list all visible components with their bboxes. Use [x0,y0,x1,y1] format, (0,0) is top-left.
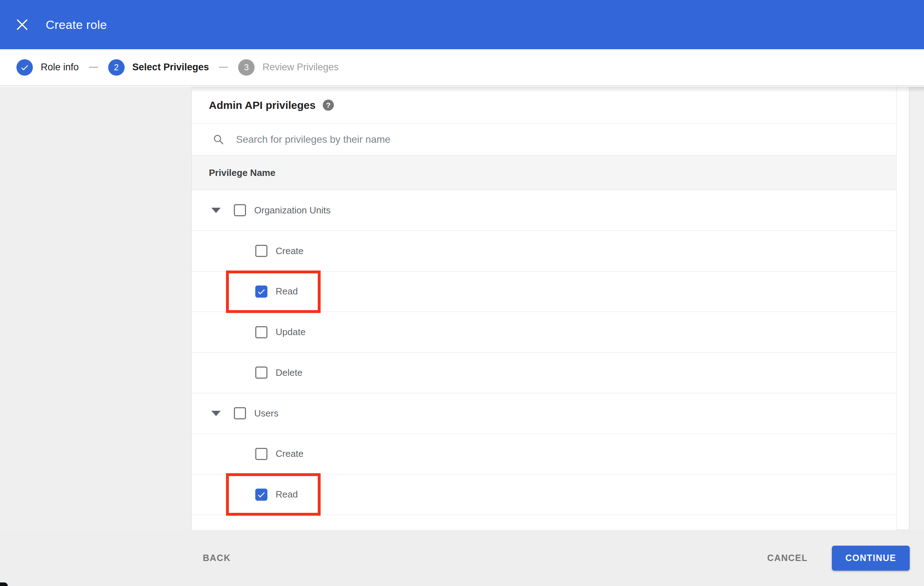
highlight-box [226,473,321,516]
privilege-checkbox[interactable] [234,204,246,216]
privilege-checkbox[interactable] [255,489,267,501]
privilege-label: Create [276,245,304,257]
step-1-circle [16,59,33,76]
table-row[interactable]: Read [192,474,896,515]
search-input[interactable] [235,133,896,146]
table-row[interactable]: Create [192,231,896,272]
privilege-checkbox[interactable] [255,285,267,298]
privilege-label: Read [276,489,298,500]
table-header-row: Privilege Name [192,156,896,190]
privilege-label: Organization Units [254,205,331,216]
back-button[interactable]: BACK [201,553,233,563]
create-role-dialog: Create role Role info 2 Select Privilege… [0,0,924,586]
table-row[interactable]: Update [192,312,896,352]
step-select-privileges[interactable]: 2 Select Privileges [108,59,209,76]
close-icon [15,18,29,32]
help-icon[interactable]: ? [323,100,334,110]
privilege-label: Create [276,448,304,459]
privilege-checkbox[interactable] [255,448,267,460]
left-pane [0,87,192,530]
stepper-connector [89,67,98,68]
check-icon [257,287,266,296]
table-row[interactable]: Users [192,393,896,434]
privilege-checkbox[interactable] [255,245,267,257]
search-row [192,124,896,156]
column-header-privilege-name: Privilege Name [209,167,275,178]
check-icon [20,63,29,72]
collapse-arrow-icon[interactable] [211,411,221,416]
step-1-label: Role info [41,62,79,73]
stepper-connector [219,67,228,68]
privileges-card: Admin API privileges ? Privilege Name Or… [192,87,896,530]
privileges-table: Organization Units Create Read Update [192,190,896,515]
privilege-label: Delete [276,367,302,378]
privilege-checkbox[interactable] [255,326,267,338]
step-2-label: Select Privileges [132,62,209,73]
privilege-label: Update [276,326,305,337]
table-row[interactable]: Delete [192,352,896,393]
heading-row: Admin API privileges ? [192,87,896,124]
continue-button[interactable]: CONTINUE [832,546,910,571]
highlight-box [226,270,321,313]
collapse-arrow-icon[interactable] [211,208,221,213]
step-2-circle: 2 [108,59,125,76]
table-row[interactable]: Create [192,434,896,475]
app-bar: Create role [0,0,924,49]
privilege-checkbox[interactable] [255,367,267,379]
search-icon [213,133,224,146]
privilege-checkbox[interactable] [234,407,246,419]
check-icon [257,490,266,499]
section-heading: Admin API privileges [209,99,316,111]
step-role-info[interactable]: Role info [16,59,79,76]
table-row[interactable]: Read [192,272,896,312]
content-area: Admin API privileges ? Privilege Name Or… [192,87,924,530]
step-review-privileges[interactable]: 3 Review Privileges [238,59,338,76]
vertical-scrollbar[interactable] [909,87,924,530]
privilege-label: Users [254,408,279,419]
step-3-circle: 3 [238,59,254,76]
step-3-label: Review Privileges [262,62,338,73]
cancel-button[interactable]: CANCEL [765,553,810,563]
dialog-title: Create role [46,18,107,32]
close-button[interactable] [13,16,31,33]
privilege-label: Read [276,286,298,297]
table-row[interactable]: Organization Units [192,190,896,231]
stepper: Role info 2 Select Privileges 3 Review P… [0,49,924,86]
footer-bar: BACK CANCEL CONTINUE [0,530,924,586]
